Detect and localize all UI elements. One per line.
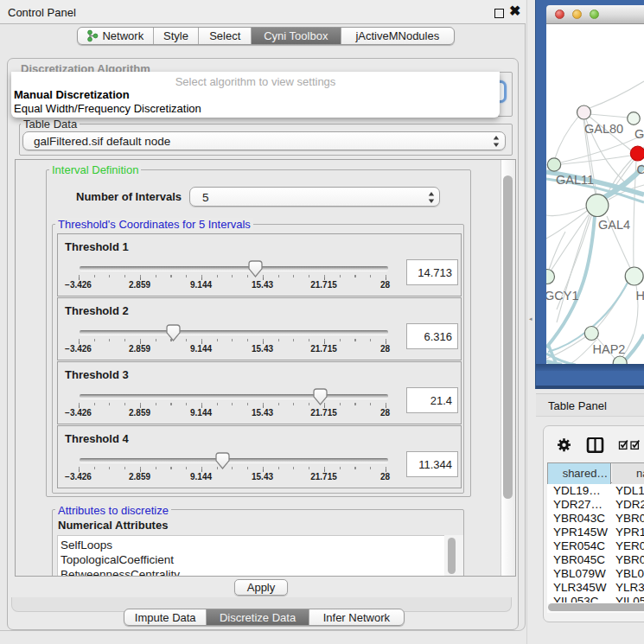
svg-text:GAL11: GAL11 [556,173,594,187]
svg-text:GAL80: GAL80 [584,122,623,136]
svg-text:H: H [636,289,644,303]
svg-text:GAL4: GAL4 [598,218,630,232]
svg-text:HAP2: HAP2 [593,342,626,356]
svg-text:GCY1: GCY1 [546,289,579,303]
svg-text:G.: G. [634,127,644,141]
svg-text:C: C [637,163,644,176]
